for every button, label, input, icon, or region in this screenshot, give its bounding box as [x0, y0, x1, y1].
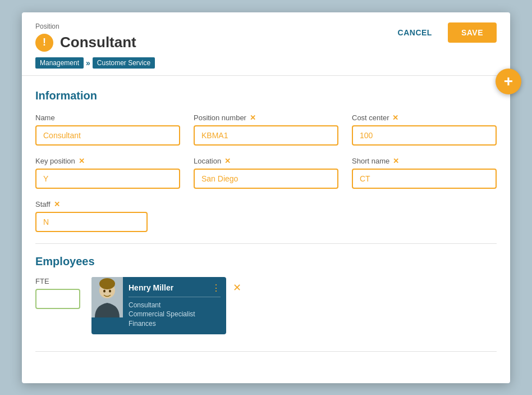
key-position-clear-icon[interactable]: ✕ [79, 157, 85, 165]
key-position-field-group: Key position ✕ [35, 157, 180, 189]
information-form-grid: Name Position number ✕ Cost center [35, 113, 497, 189]
location-field-group: Location ✕ [194, 157, 338, 189]
employee-card-wrapper: Henry Miller ⋮ Consultant Commercial Spe… [91, 277, 244, 334]
information-section: Information Name Position number ✕ [35, 89, 497, 232]
name-label: Name [35, 113, 180, 122]
svg-point-2 [99, 278, 115, 289]
employee-info: Henry Miller ⋮ Consultant Commercial Spe… [123, 277, 226, 334]
employee-role3: Finances [129, 319, 221, 329]
employees-row: FTE [35, 277, 497, 334]
employee-role2: Commercial Specialist [129, 310, 221, 319]
page-title: Consultant [60, 34, 136, 51]
employee-role1: Consultant [129, 301, 221, 310]
employee-name-row: Henry Miller ⋮ [129, 283, 221, 293]
employee-roles: Consultant Commercial Specialist Finance… [129, 301, 221, 329]
breadcrumb-management[interactable]: Management [35, 57, 84, 69]
svg-point-4 [109, 289, 111, 292]
location-label: Location ✕ [194, 157, 338, 165]
save-button[interactable]: SAVE [448, 22, 497, 43]
employee-name: Henry Miller [129, 283, 173, 292]
employee-photo [91, 277, 123, 317]
short-name-input[interactable] [352, 169, 497, 189]
employees-section: Employees FTE [35, 255, 497, 334]
position-number-clear-icon[interactable]: ✕ [250, 113, 256, 122]
fte-input[interactable] [35, 289, 80, 309]
employee-avatar [91, 277, 123, 317]
modal-header: Position ! Consultant Management » Custo… [22, 12, 510, 76]
fab-add-button[interactable]: + [496, 69, 521, 94]
staff-clear-icon[interactable]: ✕ [54, 200, 60, 208]
staff-field-group: Staff ✕ [35, 200, 148, 232]
svg-point-3 [103, 289, 106, 292]
name-input[interactable] [35, 125, 180, 146]
fte-field-group: FTE [35, 277, 80, 309]
cost-center-input[interactable] [352, 125, 497, 146]
breadcrumb-separator: » [86, 58, 90, 67]
employee-card: Henry Miller ⋮ Consultant Commercial Spe… [91, 277, 226, 334]
warning-icon: ! [35, 34, 53, 52]
employees-section-title: Employees [35, 255, 497, 268]
fte-label: FTE [35, 277, 80, 285]
cost-center-clear-icon[interactable]: ✕ [392, 113, 398, 122]
cost-center-field-group: Cost center ✕ [352, 113, 497, 146]
staff-row: Staff ✕ [35, 200, 497, 232]
remove-employee-button[interactable]: ✕ [231, 279, 244, 296]
position-number-label: Position number ✕ [194, 113, 338, 122]
information-section-title: Information [35, 89, 497, 102]
breadcrumb-customer-service[interactable]: Customer Service [93, 57, 155, 69]
modal-container: + Position ! Consultant Management » Cus… [22, 12, 510, 383]
staff-label: Staff ✕ [35, 200, 148, 208]
modal-footer-divider [35, 351, 497, 352]
short-name-field-group: Short name ✕ [352, 157, 497, 189]
key-position-label: Key position ✕ [35, 157, 180, 165]
cost-center-label: Cost center ✕ [352, 113, 497, 122]
employee-menu-icon[interactable]: ⋮ [212, 283, 221, 293]
position-number-input[interactable] [194, 125, 338, 146]
cancel-button[interactable]: CANCEL [389, 24, 441, 42]
employee-info-divider [129, 297, 221, 297]
location-clear-icon[interactable]: ✕ [224, 157, 231, 165]
header-actions: CANCEL SAVE [389, 22, 497, 43]
short-name-label: Short name ✕ [352, 157, 497, 165]
short-name-clear-icon[interactable]: ✕ [393, 157, 399, 165]
location-input[interactable] [194, 169, 338, 189]
staff-input[interactable] [35, 212, 148, 232]
section-divider [35, 243, 497, 244]
key-position-input[interactable] [35, 169, 180, 189]
name-field-group: Name [35, 113, 180, 146]
position-number-field-group: Position number ✕ [194, 113, 338, 146]
modal-body: Information Name Position number ✕ [22, 76, 510, 365]
fab-plus-icon: + [504, 72, 513, 90]
breadcrumb: Management » Customer Service [35, 57, 497, 69]
